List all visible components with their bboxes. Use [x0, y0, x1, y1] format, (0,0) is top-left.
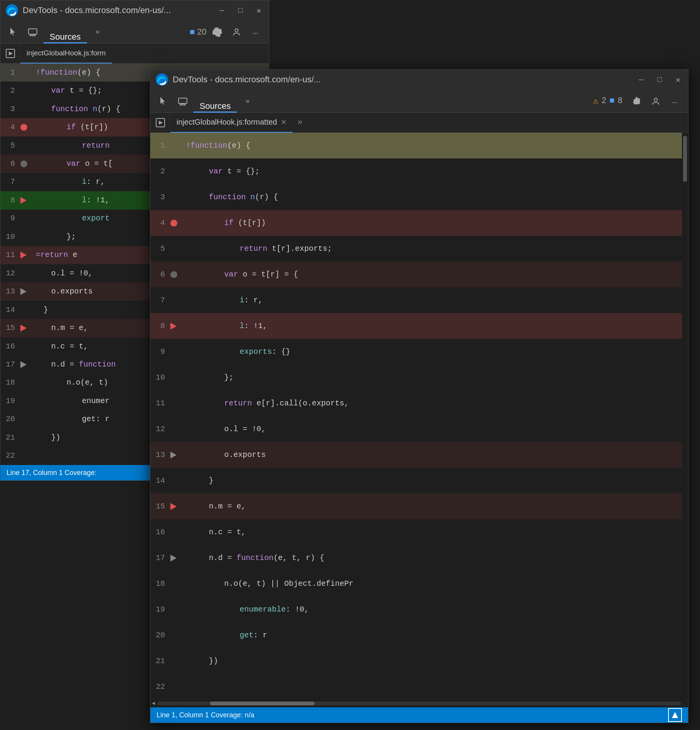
file-tab-close-2[interactable]: ✕	[281, 118, 287, 127]
h-scrollbar-thumb[interactable]	[210, 702, 315, 705]
w2-code-line-13: 13 o.exports	[150, 442, 688, 468]
w2-code-line-10: 10 };	[150, 365, 688, 390]
edge-logo-icon	[5, 3, 19, 17]
horizontal-scrollbar[interactable]: ◄ ►	[150, 700, 688, 707]
badge-count: 20	[197, 27, 207, 37]
maximize-button-1[interactable]: □	[235, 5, 246, 16]
w2-code-line-5: 5 return t[r].exports;	[150, 236, 688, 262]
svg-point-11	[654, 98, 657, 101]
warn-count: 2	[601, 96, 606, 106]
status-bar-2: Line 1, Column 1 Coverage: n/a	[150, 707, 688, 723]
w2-code-line-6: 6 var o = t[r] = {	[150, 262, 688, 287]
w2-code-line-22: 22	[150, 674, 688, 700]
devtools-window-2: DevTools - docs.microsoft.com/en-us/... …	[150, 69, 688, 723]
window-title-2: DevTools - docs.microsoft.com/en-us/...	[173, 75, 632, 85]
file-tab-label-1: injectGlobalHook.js:form	[27, 49, 106, 57]
window-controls-2: — □ ✕	[636, 74, 683, 85]
settings-icon-1[interactable]	[209, 23, 226, 40]
file-tab-bar-2: injectGlobalHook.js:formatted ✕ »	[150, 113, 688, 133]
more-tabs-icon-1[interactable]: »	[89, 23, 106, 40]
tab-sources-1[interactable]: Sources	[43, 20, 87, 43]
w2-code-line-12: 12 o.l = !0,	[150, 416, 688, 442]
more-tabs-icon-2[interactable]: »	[239, 93, 256, 110]
titlebar-2: DevTools - docs.microsoft.com/en-us/... …	[150, 70, 688, 90]
w2-code-line-16: 16 n.c = t,	[150, 519, 688, 545]
file-tab-label-2: injectGlobalHook.js:formatted	[177, 118, 277, 127]
line-num: 1	[0, 63, 20, 82]
cursor-icon[interactable]	[5, 23, 22, 40]
w2-code-line-1: 1 !function(e) {	[150, 133, 688, 158]
scroll-left-icon[interactable]: ◄	[152, 700, 155, 707]
svg-rect-8	[178, 98, 187, 103]
maximize-button-2[interactable]: □	[654, 74, 665, 85]
w2-code-line-2: 2 var t = {};	[150, 158, 688, 184]
scrollbar-thumb[interactable]	[683, 136, 687, 182]
code-content: !function(e) {	[184, 133, 688, 158]
run-icon-2[interactable]	[150, 113, 170, 133]
file-tab-more-2[interactable]: »	[293, 118, 307, 127]
bp-col	[20, 63, 34, 82]
w2-code-line-17: 17 n.d = function(e, t, r) {	[150, 545, 688, 571]
file-tab-2[interactable]: injectGlobalHook.js:formatted ✕	[170, 113, 293, 133]
line-num: 1	[150, 133, 170, 158]
w2-code-line-4: 4 if (t[r])	[150, 210, 688, 236]
settings-icon-2[interactable]	[628, 93, 645, 110]
titlebar-1: DevTools - docs.microsoft.com/en-us/... …	[0, 0, 269, 20]
file-tab-1[interactable]: injectGlobalHook.js:form	[20, 43, 112, 63]
h-scrollbar-track[interactable]	[157, 702, 681, 705]
file-tab-bar-1: injectGlobalHook.js:form	[0, 43, 269, 63]
w2-code-line-9: 9 exports: {}	[150, 339, 688, 365]
w2-code-line-20: 20 get: r	[150, 622, 688, 648]
run-icon-1[interactable]	[0, 43, 20, 63]
svg-rect-1	[28, 29, 37, 34]
w2-code-line-11: 11 return e[r].call(o.exports,	[150, 390, 688, 416]
minimize-button-1[interactable]: —	[217, 5, 227, 16]
toolbar-2: Sources » ⚠ 2 ■ 8 …	[150, 90, 688, 113]
window-title-1: DevTools - docs.microsoft.com/en-us/...	[23, 5, 213, 15]
edge-logo-icon-2	[155, 73, 169, 87]
cursor-icon-2[interactable]	[155, 93, 172, 110]
w2-code-line-15: 15 n.m = e,	[150, 493, 688, 519]
status-icon-2[interactable]	[668, 708, 682, 722]
svg-marker-6	[9, 52, 13, 55]
more-options-icon-1[interactable]: …	[247, 23, 264, 40]
w2-code-line-8: 8 l: !1,	[150, 313, 688, 339]
svg-marker-14	[672, 712, 678, 718]
status-text-2: Line 1, Column 1 Coverage: n/a	[157, 711, 254, 719]
close-button-1[interactable]: ✕	[253, 5, 264, 16]
vertical-scrollbar[interactable]	[682, 133, 688, 700]
code-editor-2: 1 !function(e) { 2 var t = {};	[150, 133, 688, 700]
user-icon-1[interactable]	[228, 23, 245, 40]
minimize-button-2[interactable]: —	[636, 74, 647, 85]
svg-point-4	[235, 29, 238, 32]
svg-marker-13	[159, 121, 163, 125]
message-icon: ■	[610, 96, 615, 106]
more-options-icon-2[interactable]: …	[667, 93, 683, 110]
w2-code-line-21: 21 })	[150, 648, 688, 674]
bp-col	[170, 133, 184, 158]
status-text-1: Line 17, Column 1 Coverage:	[7, 469, 97, 477]
device-icon-2[interactable]	[174, 93, 191, 110]
warning-icon: ⚠	[593, 96, 598, 106]
w2-code-line-7: 7 i: r,	[150, 287, 688, 313]
tab-sources-2[interactable]: Sources	[193, 90, 237, 113]
toolbar-1: Sources » ■ 20 …	[0, 20, 269, 43]
msg-count: 8	[618, 96, 623, 106]
badge-area-1: ■ 20	[190, 27, 207, 37]
close-button-2[interactable]: ✕	[673, 74, 683, 85]
window-controls-1: — □ ✕	[217, 5, 264, 16]
w2-code-line-3: 3 function n(r) {	[150, 184, 688, 210]
line-num: 2	[0, 82, 20, 100]
w2-code-line-19: 19 enumerable: !0,	[150, 597, 688, 622]
w2-code-line-14: 14 }	[150, 468, 688, 493]
w2-code-line-18: 18 n.o(e, t) || Object.definePr	[150, 571, 688, 597]
device-icon[interactable]	[24, 23, 41, 40]
user-icon-2[interactable]	[647, 93, 664, 110]
